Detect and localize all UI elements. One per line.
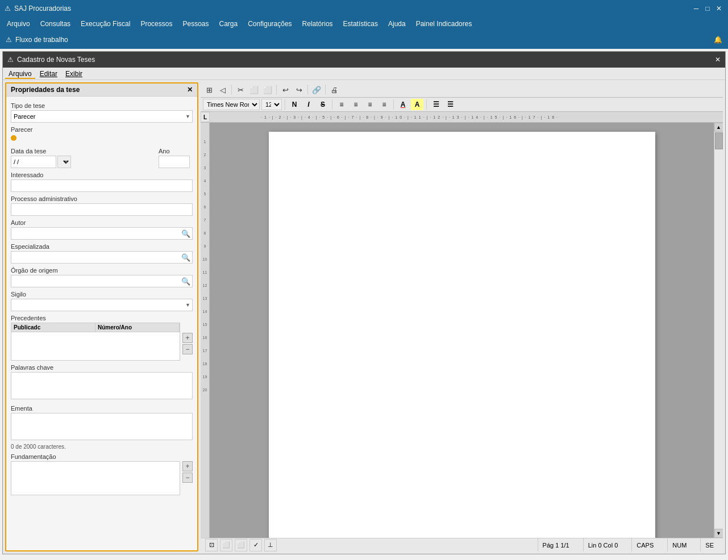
sigilo-wrapper [11, 299, 193, 311]
ordered-list-button[interactable]: ☰ [444, 99, 456, 110]
bell-icon[interactable]: 🔔 [714, 36, 722, 44]
data-tese-input[interactable] [11, 156, 56, 168]
scroll-up-button[interactable]: ▲ [714, 123, 723, 132]
align-center-button[interactable]: ≡ [350, 99, 362, 110]
tool-print-button[interactable]: 🖨 [328, 83, 340, 96]
font-color-button[interactable]: A [397, 99, 409, 110]
especializada-label: Especializada [11, 243, 193, 250]
bullet-list-button[interactable]: ☰ [430, 99, 442, 110]
tool-link-button[interactable]: 🔗 [310, 83, 323, 96]
document-page[interactable] [269, 132, 655, 538]
data-tese-dropdown [57, 156, 71, 168]
especializada-search-button[interactable]: 🔍 [180, 253, 192, 262]
tool-redo-button[interactable]: ↪ [293, 83, 305, 96]
win-menu-exibir[interactable]: Exibir [62, 69, 86, 79]
interessado-label: Interessado [11, 172, 193, 178]
bottom-btn-4[interactable]: ✓ [249, 539, 262, 551]
bottom-btn-3[interactable]: ⬜ [235, 539, 247, 551]
tool-copy-button[interactable]: ⬜ [248, 83, 260, 96]
vertical-ruler: 1 2 3 4 5 6 7 8 [201, 123, 210, 538]
precedentes-remove-button[interactable]: − [182, 344, 193, 354]
italic-button[interactable]: I [302, 99, 315, 110]
orgao-origem-search-button[interactable]: 🔍 [180, 277, 192, 286]
win-menu-arquivo[interactable]: Arquivo [5, 69, 35, 79]
align-justify-button[interactable]: ≡ [378, 99, 390, 110]
palavras-chave-input[interactable] [11, 372, 193, 399]
ementa-input[interactable] [11, 413, 193, 440]
workflow-label[interactable]: Fluxo de trabalho [15, 36, 68, 44]
prec-col1: Publicadc [11, 323, 95, 332]
orgao-origem-label: Órgão de origem [11, 267, 193, 274]
app-icon: ⚠ [5, 5, 11, 12]
menu-ajuda[interactable]: Ajuda [384, 19, 410, 29]
especializada-input[interactable] [11, 251, 193, 264]
menu-arquivo[interactable]: Arquivo [2, 19, 35, 29]
data-tese-select[interactable] [57, 156, 71, 168]
tool-back-button[interactable]: ◁ [217, 83, 229, 96]
fundamentacao-add-button[interactable]: + [182, 461, 193, 471]
especializada-search-wrapper: 🔍 [11, 251, 193, 264]
page-number: Pág 1 1/1 [538, 538, 574, 551]
workflow-icon: ⚠ [6, 36, 12, 44]
precedentes-add-button[interactable]: + [182, 333, 193, 343]
window-titlebar: ⚠ Cadastro de Novas Teses ✕ [3, 52, 725, 68]
orgao-origem-input[interactable] [11, 275, 193, 287]
menu-consultas[interactable]: Consultas [36, 19, 75, 29]
menu-processos[interactable]: Processos [136, 19, 177, 29]
interessado-input[interactable] [11, 179, 193, 192]
menu-execucao-fiscal[interactable]: Execução Fiscal [76, 19, 135, 29]
form-section: Tipo de tese Parecer Parecer Data da tes… [6, 97, 197, 498]
fundamentacao-buttons: + − [182, 461, 193, 495]
fundamentacao-row: + − [11, 461, 193, 495]
strikethrough-button[interactable]: S [317, 99, 329, 110]
bottom-btn-2[interactable]: ⬜ [220, 539, 232, 551]
fundamentacao-input[interactable] [11, 461, 180, 495]
align-right-button[interactable]: ≡ [364, 99, 376, 110]
ano-input[interactable] [159, 156, 190, 168]
scroll-thumb[interactable] [715, 132, 723, 149]
panel-close-button[interactable]: ✕ [187, 86, 193, 94]
menu-relatorios[interactable]: Relatórios [298, 19, 338, 29]
tipo-tese-select[interactable]: Parecer [11, 110, 193, 123]
fmt-sep-2 [332, 99, 332, 110]
toolbar-sep-4 [325, 85, 326, 95]
tool-cut-button[interactable]: ✂ [234, 83, 247, 96]
menu-painel-indicadores[interactable]: Painel Indicadores [411, 19, 477, 29]
tool-insert-button[interactable]: ⊞ [203, 83, 215, 96]
scroll-down-button[interactable]: ▼ [714, 529, 723, 538]
autor-input[interactable] [11, 227, 193, 240]
window-icon: ⚠ [7, 56, 14, 64]
data-tese-label: Data da tese [11, 148, 154, 154]
sigilo-label: Sigilo [11, 291, 193, 298]
font-select[interactable]: Times New Roma [203, 99, 260, 110]
menu-configuracoes[interactable]: Configurações [243, 19, 296, 29]
ruler-l-button[interactable]: L [201, 112, 210, 122]
tool-paste-button[interactable]: ⬜ [261, 83, 274, 96]
tool-undo-button[interactable]: ↩ [279, 83, 292, 96]
vertical-scrollbar: ▲ ▼ [714, 123, 723, 538]
content-area: Propriedades da tese ✕ Tipo de tese Pare… [3, 80, 725, 554]
autor-search-button[interactable]: 🔍 [180, 229, 192, 238]
menu-estatisticas[interactable]: Estatísticas [339, 19, 382, 29]
bold-button[interactable]: N [288, 99, 301, 110]
fundamentacao-remove-button[interactable]: − [182, 473, 193, 483]
ruler-row: L ·1·|·2·|·3·|·4·|·5·|·6·|·7·|·8·|·9·|·1… [201, 112, 723, 123]
win-menu-editar[interactable]: Editar [36, 69, 61, 79]
highlight-button[interactable]: A [411, 99, 423, 110]
bottom-btn-5[interactable]: ⊥ [264, 539, 277, 551]
main-window: ⚠ Cadastro de Novas Teses ✕ Arquivo Edit… [2, 51, 726, 554]
minimize-button[interactable]: ─ [692, 4, 701, 13]
data-tese-wrapper: Data da tese [11, 144, 154, 168]
menu-pessoas[interactable]: Pessoas [178, 19, 213, 29]
precedentes-row: Publicadc Número/Ano + − [11, 323, 193, 361]
menu-carga[interactable]: Carga [215, 19, 243, 29]
bottom-btn-1[interactable]: ⊡ [205, 539, 218, 551]
processo-admin-input[interactable] [11, 203, 193, 216]
window-close-button[interactable]: ✕ [715, 56, 721, 64]
font-size-select[interactable]: 12 [261, 99, 282, 110]
sigilo-select[interactable] [11, 299, 193, 311]
align-left-button[interactable]: ≡ [335, 99, 348, 110]
close-button[interactable]: ✕ [714, 4, 723, 13]
fundamentacao-label: Fundamentação [11, 453, 193, 460]
maximize-button[interactable]: □ [703, 4, 712, 13]
